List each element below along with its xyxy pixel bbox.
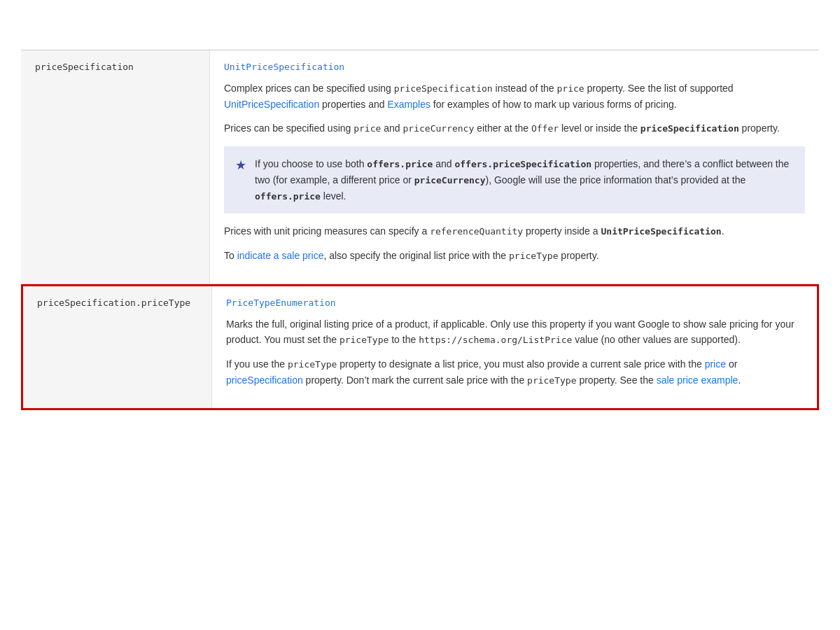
inline-link[interactable]: priceSpecification [226,374,303,386]
inline-link[interactable]: indicate a sale price [237,250,324,261]
description-block: Prices can be specified using price and … [224,120,805,136]
bold-code: priceSpecification [640,123,739,134]
schema-row: priceSpecificationUnitPriceSpecification… [21,50,819,284]
inline-code: https://schema.org/ListPrice [419,335,572,345]
inline-code: Offer [531,123,559,134]
property-name: priceSpecification [21,50,210,284]
bold-code: offers.priceSpecification [454,159,592,169]
schema-row: priceSpecification.priceTypePriceTypeEnu… [21,284,819,410]
star-icon: ★ [235,158,246,173]
bold-code: priceCurrency [414,175,486,186]
bold-code: UnitPriceSpecification [601,226,721,237]
inline-code: priceSpecification [394,83,493,94]
bold-code: offers.price [367,159,433,169]
type-link[interactable]: PriceTypeEnumeration [226,298,803,308]
inline-link[interactable]: sale price example [657,374,738,386]
inline-code: priceCurrency [403,123,475,134]
value-col: PriceTypeEnumerationMarks the full, orig… [212,286,817,408]
inline-code: priceType [527,375,576,386]
inline-code: priceType [509,251,558,261]
info-box-text: If you choose to use both offers.price a… [255,156,794,204]
inline-link[interactable]: Examples [387,99,430,110]
inline-code: price [354,123,381,134]
inline-link[interactable]: UnitPriceSpecification [224,99,319,110]
description-block: Complex prices can be specified using pr… [224,80,805,112]
inline-code: priceType [340,335,388,345]
description-block: If you use the priceType property to des… [226,356,803,388]
inline-code: price [557,83,584,94]
type-link[interactable]: UnitPriceSpecification [224,62,805,72]
description-block: Prices with unit pricing measures can sp… [224,223,805,239]
value-col: UnitPriceSpecificationComplex prices can… [210,50,819,284]
property-name: priceSpecification.priceType [23,286,212,408]
description-block: To indicate a sale price, also specify t… [224,248,805,264]
description-block: Marks the full, original listing price o… [226,316,803,348]
inline-link[interactable]: price [705,358,726,370]
page-wrapper: priceSpecificationUnitPriceSpecification… [0,0,840,424]
bold-code: offers.price [255,191,321,202]
schema-table: priceSpecificationUnitPriceSpecification… [21,50,819,410]
inline-code: priceType [288,359,337,370]
inline-code: referenceQuantity [430,226,523,237]
page-subtitle [21,20,819,36]
info-box: ★If you choose to use both offers.price … [224,146,805,214]
